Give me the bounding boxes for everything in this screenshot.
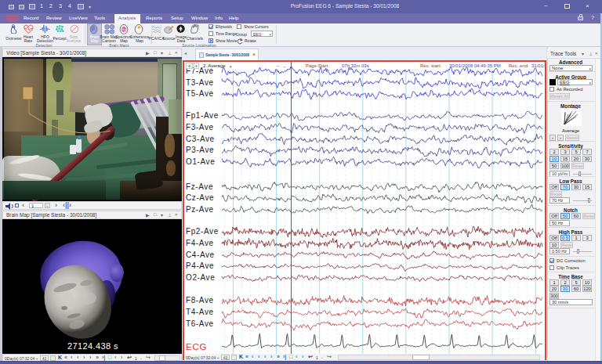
svg-text:Mg: Mg: [122, 28, 126, 31]
